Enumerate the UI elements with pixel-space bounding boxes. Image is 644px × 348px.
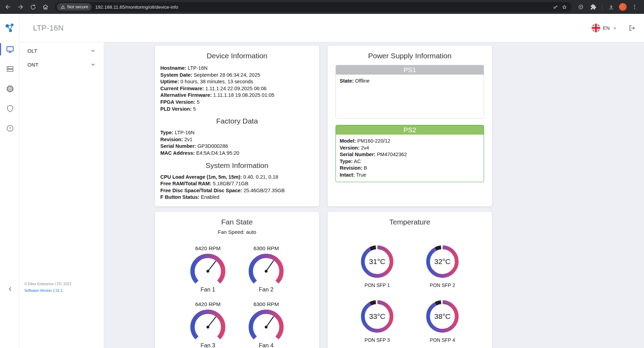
security-chip[interactable]: Not secure	[57, 3, 92, 11]
nav-alerts-icon[interactable]	[0, 121, 20, 135]
cards-grid: Device Information Hostname: LTP-16N Sys…	[155, 45, 492, 348]
star-icon	[561, 4, 567, 10]
back-arrow-icon	[5, 3, 11, 10]
info-row: State: Offline	[340, 78, 480, 85]
fan-dial	[188, 308, 227, 341]
kebab-icon	[632, 4, 638, 10]
shield-icon	[6, 104, 15, 113]
forward-arrow-icon	[17, 3, 24, 10]
info-row: Free RAM/Total RAM: 5.18GB/7.71GB	[160, 180, 314, 187]
info-row: MAC Address: E4:5A:D4:1A:95:20	[160, 150, 314, 157]
server-stack-icon	[6, 65, 15, 74]
browser-home-button[interactable]	[40, 1, 51, 13]
puzzle-icon	[590, 4, 596, 10]
temperature-dial: 38°C	[424, 298, 461, 335]
logout-icon	[628, 24, 636, 32]
temperature-name: PON SFP 1	[365, 282, 390, 288]
temperature-name: PON SFP 3	[365, 337, 390, 343]
nav-security-icon[interactable]	[0, 102, 20, 116]
browser-back-button[interactable]	[2, 1, 14, 13]
fan-rpm-value: 6300 RPM	[253, 301, 279, 307]
page-title: LTP-16N	[33, 24, 64, 33]
sidebar: OLT ONT © Eltex Enterprise LTD, 2022 Sof…	[20, 42, 104, 348]
address-bar[interactable]: Not secure 192.168.11.65/monitoring/olt/…	[55, 2, 571, 12]
info-row: Alternative Firmware: 1.11.1.18 19.08.20…	[160, 92, 314, 99]
alert-circle-icon	[6, 124, 15, 133]
info-row: Intact: True	[340, 172, 480, 179]
info-row: Type: AC	[340, 158, 480, 165]
sidebar-item-label: ONT	[27, 62, 39, 68]
fan-name: Fan 2	[259, 286, 273, 293]
sidebar-footer: © Eltex Enterprise LTD, 2022 Software Ve…	[24, 282, 101, 293]
browser-menu-icon[interactable]	[629, 1, 641, 13]
sidebar-collapse-button[interactable]	[0, 283, 20, 295]
bookmark-star-icon[interactable]	[560, 2, 569, 11]
info-row: PLD Version: 5	[160, 106, 314, 113]
profile-avatar[interactable]	[619, 3, 627, 11]
info-row: Serial Number: GP3D000286	[160, 143, 314, 150]
downloads-icon[interactable]	[605, 1, 617, 13]
info-row: Current Firmware: 1.11.1.24 22.09.2025 0…	[160, 85, 314, 92]
browser-reload-button[interactable]	[27, 1, 39, 13]
uk-flag-icon	[591, 23, 601, 33]
password-key-icon[interactable]	[551, 2, 560, 11]
fan-name: Fan 4	[259, 342, 273, 348]
monitor-icon	[6, 45, 15, 54]
info-row: Revision: B	[340, 165, 480, 172]
chevron-left-icon	[6, 285, 14, 293]
fan-gauge-row: 6420 RPM Fan 3 6300 RPM	[160, 301, 314, 348]
sidebar-item-olt[interactable]: OLT	[20, 44, 104, 58]
temperature-dial: 33°C	[358, 298, 396, 335]
temperature-gauge: 38°C PON SFP 4	[416, 298, 468, 343]
temperature-value: 32°C	[434, 257, 451, 266]
ps2-body: Model: PM160-220/12 Version: 2v4 Serial …	[336, 135, 484, 182]
nav-monitoring-icon[interactable]	[0, 42, 20, 56]
nav-settings-icon[interactable]	[0, 82, 20, 96]
info-row: FPGA Version: 5	[160, 99, 314, 106]
home-icon	[42, 3, 49, 10]
browser-forward-button[interactable]	[15, 1, 26, 13]
temperature-value: 38°C	[434, 312, 451, 321]
fan-gauge: 6300 RPM Fan 2	[244, 245, 289, 293]
info-row: Uptime: 0 hours, 38 minutes, 13 seconds	[160, 78, 314, 85]
fan-dial	[188, 252, 227, 286]
temperature-gauge: 33°C PON SFP 3	[351, 298, 403, 343]
info-row: Revision: 2v1	[160, 136, 314, 143]
language-selector[interactable]: EN	[591, 23, 618, 33]
fan-rpm-value: 6420 RPM	[195, 245, 220, 252]
card-title: Device Information	[160, 52, 314, 60]
temperature-gauge-row: 31°C PON SFP 1	[333, 243, 486, 288]
chevron-down-icon	[612, 25, 618, 31]
extension-icon[interactable]	[575, 1, 587, 13]
sidebar-item-ont[interactable]: ONT	[20, 58, 104, 71]
temperature-dial: 31°C	[358, 243, 396, 280]
temperature-value: 33°C	[369, 312, 385, 321]
eltex-logo	[0, 14, 19, 42]
info-row: F Button Status: Enabled	[160, 194, 314, 201]
sidebar-item-label: OLT	[27, 48, 37, 54]
ps2-header: PS2	[336, 125, 484, 135]
power-supply-card: Power Supply Information PS1 State: Offl…	[328, 45, 492, 206]
info-row: System Date: September 28 06:34:24, 2025	[160, 72, 314, 79]
card-title: Temperature	[333, 218, 486, 226]
ps2-panel: PS2 Model: PM160-220/12 Version: 2v4 Ser…	[336, 125, 484, 182]
key-icon	[552, 4, 558, 10]
info-row: Model: PM160-220/12	[340, 138, 480, 145]
software-version-link[interactable]: Software Version 1.11.1	[24, 288, 63, 292]
info-row: Version: 2v4	[340, 145, 480, 152]
logout-button[interactable]	[628, 24, 636, 32]
temperature-name: PON SFP 2	[430, 282, 455, 288]
nav-ports-icon[interactable]	[0, 62, 20, 76]
fan-rpm-value: 6300 RPM	[253, 245, 279, 252]
fan-dial	[247, 308, 286, 341]
extensions-puzzle-icon[interactable]	[587, 1, 599, 13]
temperature-name: PON SFP 4	[430, 337, 455, 343]
ps1-header: PS1	[336, 65, 484, 75]
header-controls: EN	[591, 23, 636, 33]
info-row: Hostname: LTP-16N	[160, 65, 314, 72]
system-information-title: System Information	[160, 161, 314, 170]
temperature-gauge: 31°C PON SFP 1	[351, 243, 403, 288]
main-content: Device Information Hostname: LTP-16N Sys…	[104, 42, 644, 348]
chevron-down-icon	[90, 61, 96, 68]
info-row: Free Disc Space/Total Disc Space: 25.46G…	[160, 187, 314, 194]
